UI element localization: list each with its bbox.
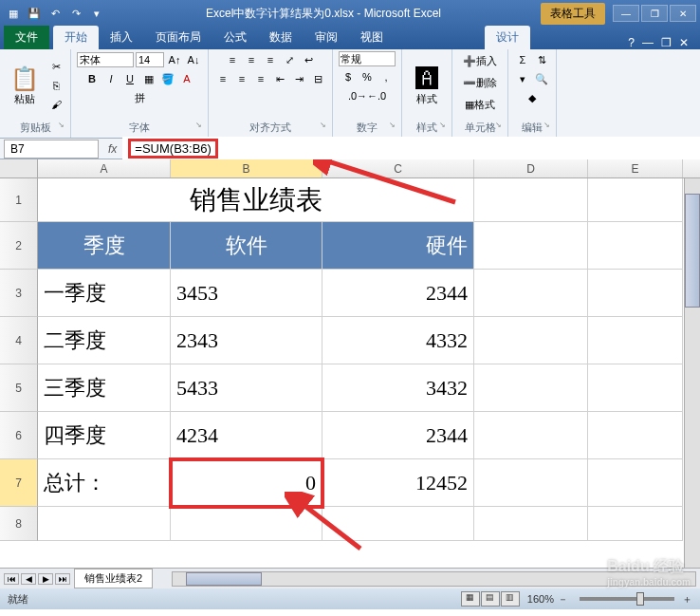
cell-A6[interactable]: 四季度 bbox=[38, 412, 171, 459]
cell-C3[interactable]: 2344 bbox=[322, 270, 474, 317]
cell-B6[interactable]: 4234 bbox=[171, 412, 322, 459]
row-header-4[interactable]: 4 bbox=[0, 317, 38, 364]
cell-D3[interactable] bbox=[474, 270, 588, 317]
cell-D4[interactable] bbox=[474, 317, 588, 364]
comma-icon[interactable]: , bbox=[378, 68, 395, 85]
underline-button[interactable]: U bbox=[121, 70, 138, 87]
cell-C6[interactable]: 2344 bbox=[322, 412, 474, 459]
cell-D5[interactable] bbox=[474, 364, 588, 412]
row-header-6[interactable]: 6 bbox=[0, 412, 38, 459]
wrap-text-icon[interactable]: ↩ bbox=[300, 51, 317, 68]
cell-E2[interactable] bbox=[588, 222, 683, 270]
row-header-3[interactable]: 3 bbox=[0, 270, 38, 317]
autosum-icon[interactable]: Σ bbox=[514, 51, 531, 68]
cell-D7[interactable] bbox=[474, 459, 588, 507]
cell-C7[interactable]: 12452 bbox=[322, 459, 474, 507]
row-header-5[interactable]: 5 bbox=[0, 364, 38, 412]
phonetic-icon[interactable]: 拼 bbox=[131, 89, 148, 106]
number-format-select[interactable] bbox=[339, 51, 396, 66]
normal-view-icon[interactable]: ▦ bbox=[461, 591, 480, 607]
cell-B4[interactable]: 2343 bbox=[171, 317, 322, 364]
sheet-nav-first-icon[interactable]: ⏮ bbox=[4, 573, 19, 585]
align-right-icon[interactable]: ≡ bbox=[252, 70, 269, 87]
row-header-8[interactable]: 8 bbox=[0, 507, 38, 541]
insert-cells-button[interactable]: ➕插入 bbox=[458, 51, 502, 71]
cell-D1[interactable] bbox=[474, 178, 588, 222]
cell-header-software[interactable]: 软件 bbox=[171, 222, 322, 270]
tab-file[interactable]: 文件 bbox=[4, 26, 49, 49]
cell-E7[interactable] bbox=[588, 459, 683, 507]
bold-button[interactable]: B bbox=[83, 70, 101, 87]
find-icon[interactable]: 🔍 bbox=[533, 70, 550, 87]
maximize-button[interactable]: ❐ bbox=[641, 5, 668, 22]
increase-indent-icon[interactable]: ⇥ bbox=[290, 70, 307, 87]
border-icon[interactable]: ▦ bbox=[140, 70, 157, 87]
font-color-icon[interactable]: A bbox=[178, 70, 195, 87]
paste-button[interactable]: 📋 粘贴 bbox=[6, 57, 44, 114]
vertical-scrollbar[interactable] bbox=[684, 178, 700, 568]
styles-button[interactable]: 🅰 样式 bbox=[408, 57, 446, 114]
cell-A7[interactable]: 总计： bbox=[38, 459, 171, 507]
align-bottom-icon[interactable]: ≡ bbox=[262, 51, 279, 68]
vertical-scroll-thumb[interactable] bbox=[685, 194, 700, 308]
qat-dropdown-icon[interactable]: ▾ bbox=[87, 4, 106, 23]
cell-E4[interactable] bbox=[588, 317, 683, 364]
horizontal-scroll-thumb[interactable] bbox=[186, 572, 262, 586]
mdi-minimize-icon[interactable]: — bbox=[642, 36, 654, 49]
italic-button[interactable]: I bbox=[102, 70, 120, 87]
tab-review[interactable]: 审阅 bbox=[304, 26, 349, 49]
cell-C4[interactable]: 4332 bbox=[322, 317, 474, 364]
save-icon[interactable]: 💾 bbox=[25, 4, 44, 23]
align-left-icon[interactable]: ≡ bbox=[214, 70, 231, 87]
help-icon[interactable]: ? bbox=[628, 36, 635, 49]
tab-data[interactable]: 数据 bbox=[258, 26, 304, 49]
col-header-C[interactable]: C bbox=[322, 159, 474, 177]
cut-icon[interactable]: ✂ bbox=[47, 58, 64, 75]
row-header-7[interactable]: 7 bbox=[0, 459, 38, 507]
select-all-corner[interactable] bbox=[0, 159, 38, 177]
clear-icon[interactable]: ◆ bbox=[524, 89, 541, 106]
cell-D6[interactable] bbox=[474, 412, 588, 459]
row-header-1[interactable]: 1 bbox=[0, 178, 38, 222]
delete-cells-button[interactable]: ➖删除 bbox=[458, 73, 502, 93]
cells-area[interactable]: 销售业绩表 季度 软件 硬件 一季度 3453 2344 二季度 2343 bbox=[38, 178, 683, 541]
cell-E6[interactable] bbox=[588, 412, 683, 459]
mdi-close-icon[interactable]: ✕ bbox=[679, 36, 689, 49]
cell-A4[interactable]: 二季度 bbox=[38, 317, 171, 364]
cell-A3[interactable]: 一季度 bbox=[38, 270, 171, 317]
zoom-level[interactable]: 160% bbox=[527, 593, 554, 605]
row-header-2[interactable]: 2 bbox=[0, 222, 38, 270]
name-box[interactable] bbox=[4, 140, 99, 159]
cell-A8[interactable] bbox=[38, 507, 171, 541]
tab-layout[interactable]: 页面布局 bbox=[144, 26, 212, 49]
format-painter-icon[interactable]: 🖌 bbox=[47, 96, 64, 113]
cell-B3[interactable]: 3453 bbox=[171, 270, 322, 317]
tab-insert[interactable]: 插入 bbox=[99, 26, 144, 49]
decrease-decimal-icon[interactable]: ←.0 bbox=[368, 87, 385, 104]
cell-D2[interactable] bbox=[474, 222, 588, 270]
orientation-icon[interactable]: ⤢ bbox=[281, 51, 298, 68]
increase-decimal-icon[interactable]: .0→ bbox=[349, 87, 366, 104]
sheet-nav-next-icon[interactable]: ▶ bbox=[38, 573, 53, 585]
minimize-button[interactable]: — bbox=[613, 5, 639, 22]
excel-icon[interactable]: ▦ bbox=[4, 4, 23, 23]
increase-font-icon[interactable]: A↑ bbox=[166, 51, 183, 68]
align-center-icon[interactable]: ≡ bbox=[233, 70, 250, 87]
zoom-slider-thumb[interactable] bbox=[636, 592, 644, 606]
cell-C8[interactable] bbox=[322, 507, 474, 541]
page-layout-view-icon[interactable]: ▤ bbox=[481, 591, 500, 607]
zoom-in-icon[interactable]: ＋ bbox=[682, 592, 692, 607]
cell-B5[interactable]: 5433 bbox=[171, 364, 322, 412]
cell-E1[interactable] bbox=[588, 178, 683, 222]
cell-title[interactable]: 销售业绩表 bbox=[38, 178, 474, 222]
cell-E8[interactable] bbox=[588, 507, 683, 541]
zoom-slider[interactable] bbox=[580, 597, 674, 601]
fill-icon[interactable]: ▾ bbox=[514, 70, 531, 87]
fx-icon[interactable]: fx bbox=[102, 142, 122, 156]
merge-cells-icon[interactable]: ⊟ bbox=[309, 70, 326, 87]
format-cells-button[interactable]: ▦格式 bbox=[460, 95, 500, 115]
fill-color-icon[interactable]: 🪣 bbox=[159, 70, 176, 87]
sheet-nav-prev-icon[interactable]: ◀ bbox=[21, 573, 36, 585]
redo-icon[interactable]: ↷ bbox=[66, 4, 85, 23]
col-header-B[interactable]: B bbox=[171, 159, 322, 177]
